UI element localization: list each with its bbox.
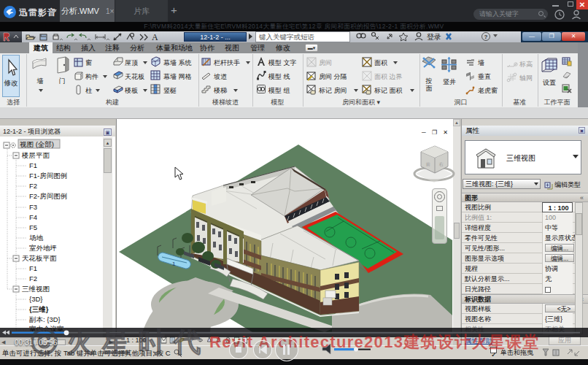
svg-text:{三维}: {三维} [29,305,49,313]
svg-text:室外地坪: 室外地坪 [29,244,57,252]
svg-text:天花板平面: 天花板平面 [22,254,57,262]
svg-text:F1-房间图例: F1-房间图例 [29,172,67,180]
svg-text:右: 右 [438,161,444,167]
svg-text:场地: 场地 [29,234,44,242]
svg-text:F3: F3 [29,203,37,211]
svg-text:F1: F1 [29,264,37,272]
svg-text:楼层平面: 楼层平面 [21,151,50,159]
svg-text:F2-房间图例: F2-房间图例 [29,192,67,200]
svg-text:副本: {3D}: 副本: {3D} [29,315,61,323]
svg-text:三维视图: 三维视图 [22,285,50,293]
svg-text:视图 (全部): 视图 (全部) [20,140,54,148]
svg-text:1: 1 [172,261,176,267]
svg-text:F2: F2 [29,274,37,283]
svg-text:A: A [152,32,158,42]
svg-text:F4: F4 [29,213,37,221]
svg-text:F2: F2 [29,182,37,190]
svg-text:登录: 登录 [427,33,441,41]
svg-text:F5: F5 [29,223,37,231]
svg-text:{3D}: {3D} [29,295,43,303]
svg-text:前: 前 [425,162,430,166]
svg-text:F1: F1 [29,161,37,169]
